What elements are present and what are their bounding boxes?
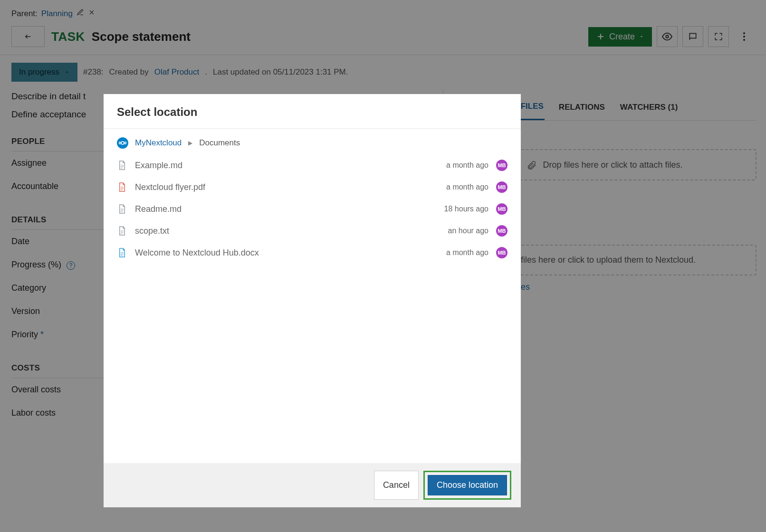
avatar: MB <box>496 203 507 215</box>
file-icon <box>117 181 127 193</box>
nextcloud-icon <box>117 137 128 149</box>
breadcrumb-current: Documents <box>199 138 240 148</box>
file-row[interactable]: Nextcloud flyer.pdfa month agoMB <box>117 176 507 198</box>
modal-title: Select location <box>104 94 521 129</box>
svg-point-6 <box>124 142 126 144</box>
choose-location-button[interactable]: Choose location <box>428 475 507 495</box>
avatar: MB <box>496 181 507 193</box>
select-location-modal: Select location MyNextcloud ▶ Documents … <box>104 94 521 507</box>
file-name: Readme.md <box>135 204 182 214</box>
file-time: a month ago <box>446 248 488 257</box>
file-icon <box>117 203 127 215</box>
file-row[interactable]: Welcome to Nextcloud Hub.docxa month ago… <box>117 242 507 264</box>
file-name: scope.txt <box>135 226 169 236</box>
file-icon <box>117 247 127 259</box>
avatar: MB <box>496 225 507 237</box>
breadcrumb: MyNextcloud ▶ Documents <box>117 129 507 154</box>
svg-point-4 <box>121 142 124 144</box>
file-time: a month ago <box>446 183 488 191</box>
file-name: Welcome to Nextcloud Hub.docx <box>135 248 259 258</box>
file-time: 18 hours ago <box>444 205 488 213</box>
svg-point-5 <box>119 142 121 144</box>
file-icon <box>117 159 127 171</box>
file-row[interactable]: scope.txtan hour agoMB <box>117 220 507 242</box>
file-time: a month ago <box>446 161 488 170</box>
file-icon <box>117 225 127 237</box>
avatar: MB <box>496 160 507 171</box>
file-row[interactable]: Readme.md18 hours agoMB <box>117 198 507 220</box>
breadcrumb-root[interactable]: MyNextcloud <box>135 138 182 148</box>
file-row[interactable]: Example.mda month agoMB <box>117 154 507 176</box>
file-name: Nextcloud flyer.pdf <box>135 182 205 192</box>
file-name: Example.md <box>135 161 182 171</box>
chevron-right-icon: ▶ <box>188 140 192 146</box>
avatar: MB <box>496 247 507 258</box>
cancel-button[interactable]: Cancel <box>374 471 419 500</box>
choose-highlight: Choose location <box>423 471 511 500</box>
file-list: Example.mda month agoMBNextcloud flyer.p… <box>117 154 507 264</box>
file-time: an hour ago <box>448 227 488 235</box>
